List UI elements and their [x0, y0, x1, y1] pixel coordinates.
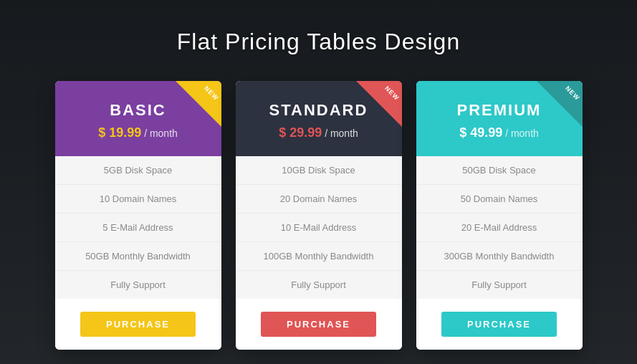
purchase-standard-button[interactable]: PURCHASE	[261, 312, 376, 337]
card-standard-features: 10GB Disk Space 20 Domain Names 10 E-Mai…	[236, 156, 402, 299]
list-item: Fully Support	[416, 271, 583, 299]
list-item: 10 Domain Names	[55, 185, 221, 214]
card-basic-price: $ 19.99 / month	[70, 125, 207, 140]
card-premium-period: / month	[505, 128, 539, 139]
list-item: 5GB Disk Space	[55, 156, 221, 185]
card-standard-header: NEW STANDARD $ 29.99 / month	[236, 81, 402, 156]
list-item: 5 E-Mail Address	[55, 214, 221, 242]
list-item: 50 Domain Names	[416, 185, 583, 214]
card-premium: NEW PREMIUM $ 49.99 / month 50GB Disk Sp…	[416, 81, 583, 350]
purchase-premium-button[interactable]: PURCHASE	[441, 312, 557, 337]
card-standard-footer: PURCHASE	[236, 299, 402, 350]
list-item: 20 E-Mail Address	[416, 214, 583, 242]
card-standard-amount: $ 29.99	[279, 125, 322, 140]
card-standard-period: / month	[325, 128, 358, 139]
ribbon-basic: NEW	[176, 81, 221, 127]
card-premium-header: NEW PREMIUM $ 49.99 / month	[416, 81, 583, 156]
card-standard-price: $ 29.99 / month	[250, 125, 388, 140]
card-basic-period: / month	[144, 128, 178, 139]
card-premium-footer: PURCHASE	[416, 299, 583, 350]
list-item: 50GB Disk Space	[416, 156, 583, 185]
list-item: 100GB Monthly Bandwidth	[236, 242, 402, 271]
page-content: Flat Pricing Tables Design NEW BASIC $ 1…	[0, 0, 637, 364]
card-premium-amount: $ 49.99	[459, 125, 502, 140]
list-item: Fully Support	[236, 271, 402, 299]
list-item: Fully Support	[55, 271, 221, 299]
ribbon-basic-label: NEW	[202, 85, 219, 102]
cards-container: NEW BASIC $ 19.99 / month 5GB Disk Space…	[55, 81, 583, 350]
list-item: 300GB Monthly Bandwidth	[416, 242, 583, 271]
card-standard: NEW STANDARD $ 29.99 / month 10GB Disk S…	[236, 81, 402, 350]
list-item: 20 Domain Names	[236, 185, 402, 214]
card-premium-features: 50GB Disk Space 50 Domain Names 20 E-Mai…	[416, 156, 583, 299]
list-item: 10 E-Mail Address	[236, 214, 402, 242]
card-basic: NEW BASIC $ 19.99 / month 5GB Disk Space…	[55, 81, 221, 350]
list-item: 50GB Monthly Bandwidth	[55, 242, 221, 271]
card-basic-footer: PURCHASE	[55, 299, 221, 350]
card-basic-features: 5GB Disk Space 10 Domain Names 5 E-Mail …	[55, 156, 221, 299]
ribbon-standard: NEW	[356, 81, 402, 127]
ribbon-premium: NEW	[537, 81, 583, 127]
card-basic-header: NEW BASIC $ 19.99 / month	[55, 81, 221, 156]
page-title: Flat Pricing Tables Design	[177, 29, 460, 55]
list-item: 10GB Disk Space	[236, 156, 402, 185]
ribbon-premium-label: NEW	[563, 85, 580, 102]
purchase-basic-button[interactable]: PURCHASE	[80, 312, 196, 337]
card-basic-amount: $ 19.99	[98, 125, 141, 140]
card-premium-price: $ 49.99 / month	[431, 125, 568, 140]
ribbon-standard-label: NEW	[383, 85, 400, 102]
